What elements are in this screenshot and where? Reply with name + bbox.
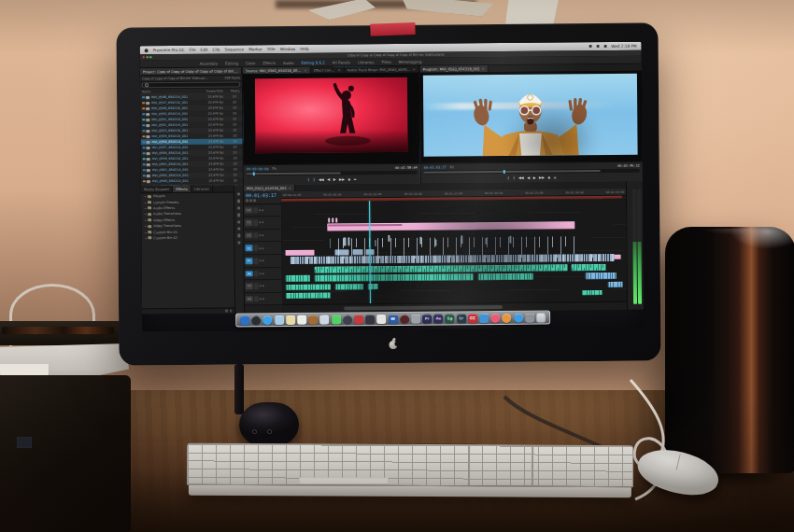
search-input[interactable] — [142, 82, 240, 88]
menu-item[interactable]: Title — [267, 47, 276, 51]
transport-button[interactable]: } — [513, 175, 515, 180]
solo-toggle[interactable] — [262, 247, 263, 249]
mute-toggle[interactable] — [260, 273, 262, 274]
track-lock-toggle[interactable] — [254, 258, 259, 264]
workspace-tab[interactable]: Editing 5.5.2 — [301, 60, 324, 64]
disclosure-triangle-icon[interactable]: ▸ — [145, 206, 147, 210]
track-header[interactable]: A1 — [245, 255, 282, 268]
timeline-clip[interactable] — [327, 222, 575, 231]
slip-tool-icon[interactable] — [237, 220, 240, 223]
transport-button[interactable]: ▶ — [533, 175, 536, 180]
disclosure-triangle-icon[interactable]: ▸ — [145, 213, 147, 217]
timeline-tracks[interactable] — [281, 199, 627, 305]
menu-item[interactable]: Sequence — [225, 47, 245, 51]
minimize-window-button[interactable] — [146, 56, 148, 58]
mute-toggle[interactable] — [260, 298, 262, 300]
timeline-clip[interactable] — [572, 264, 606, 271]
close-icon[interactable]: × — [482, 67, 485, 71]
track-lock-toggle[interactable] — [253, 245, 258, 252]
dock-icon[interactable] — [240, 315, 249, 325]
workspace-tab[interactable]: Color — [246, 61, 255, 65]
dock-icon[interactable] — [286, 315, 295, 324]
track-lock-toggle[interactable] — [254, 283, 259, 289]
dock-icon[interactable] — [536, 313, 546, 322]
project-tab[interactable]: Project: Copy of Copy of Copy of Copy of… — [140, 67, 242, 75]
snap-icon[interactable] — [246, 199, 248, 202]
mute-toggle[interactable] — [259, 209, 261, 211]
dock-icon[interactable] — [411, 314, 420, 323]
timeline-clip[interactable] — [335, 284, 363, 290]
dock-icon[interactable] — [525, 313, 534, 322]
solo-toggle[interactable] — [262, 234, 263, 236]
solo-toggle[interactable] — [262, 298, 264, 300]
apple-menu-icon[interactable] — [145, 49, 149, 52]
zoom-window-button[interactable] — [149, 56, 151, 58]
close-window-button[interactable] — [143, 56, 145, 58]
disclosure-triangle-icon[interactable]: ▸ — [145, 224, 147, 228]
track-header[interactable]: V2 — [244, 230, 281, 243]
mute-toggle[interactable] — [259, 247, 261, 249]
timeline-clip[interactable] — [315, 274, 474, 282]
effects-panel-tab[interactable]: Libraries — [191, 186, 213, 192]
dock-icon[interactable] — [479, 314, 489, 323]
status-icon[interactable] — [603, 45, 606, 48]
dock-icon[interactable] — [502, 313, 511, 322]
menu-item[interactable]: Premiere Pro CC — [153, 48, 185, 52]
razor-tool-icon[interactable] — [237, 214, 240, 217]
workspace-tab[interactable]: Metalogging — [399, 59, 422, 63]
type-tool-icon[interactable] — [237, 241, 240, 244]
track-header[interactable]: A3 — [245, 280, 282, 293]
dock-icon[interactable] — [308, 315, 318, 324]
zoom-level-select[interactable]: Fit — [273, 167, 276, 171]
dock-icon[interactable] — [343, 315, 352, 324]
disclosure-triangle-icon[interactable]: ▸ — [145, 231, 147, 234]
track-header[interactable]: V3 — [244, 217, 281, 230]
status-icon[interactable] — [588, 45, 591, 48]
settings-icon[interactable] — [253, 199, 256, 202]
selection-tool-icon[interactable] — [237, 192, 240, 195]
transport-button[interactable]: } — [313, 177, 315, 182]
new-bin-icon[interactable] — [225, 310, 228, 313]
track-lock-toggle[interactable] — [253, 207, 258, 214]
mute-toggle[interactable] — [259, 234, 261, 236]
pen-tool-icon[interactable] — [237, 227, 240, 230]
track-lock-toggle[interactable] — [254, 271, 259, 277]
track-lock-toggle[interactable] — [253, 219, 258, 226]
solo-toggle[interactable] — [262, 259, 264, 261]
dock-icon[interactable] — [320, 315, 330, 324]
transport-button[interactable]: ≡ — [553, 175, 556, 179]
transport-button[interactable]: ▪ — [347, 176, 350, 181]
dock-icon[interactable]: W — [389, 315, 398, 324]
track-header[interactable]: V4 — [244, 204, 281, 217]
dock-icon[interactable] — [400, 314, 409, 323]
track-select-tool-icon[interactable] — [237, 200, 240, 203]
workspace-tab[interactable]: All Panels — [333, 60, 350, 64]
dock-icon[interactable]: Pr — [422, 314, 432, 323]
timeline-clip[interactable] — [286, 292, 331, 299]
solo-toggle[interactable] — [262, 286, 264, 287]
menu-item[interactable]: Clip — [213, 48, 220, 52]
transport-button[interactable]: ≡ — [353, 176, 356, 181]
close-icon[interactable]: × — [337, 68, 340, 72]
timeline-clip[interactable] — [285, 275, 309, 282]
dock-icon[interactable] — [297, 315, 306, 324]
workspace-tab[interactable]: Libraries — [358, 60, 374, 64]
menu-item[interactable]: Edit — [200, 48, 207, 52]
mute-toggle[interactable] — [260, 286, 262, 287]
track-header[interactable]: A2 — [245, 268, 282, 281]
timeline-clip[interactable] — [332, 217, 333, 223]
hand-tool-icon[interactable] — [237, 234, 240, 237]
transport-button[interactable]: { — [507, 175, 509, 180]
dock-icon[interactable] — [376, 315, 386, 324]
close-icon[interactable]: × — [413, 67, 416, 71]
timeline-clip[interactable] — [315, 264, 568, 273]
transport-button[interactable]: { — [307, 177, 309, 182]
effects-panel-tab[interactable]: Media Browser — [141, 186, 173, 192]
solo-toggle[interactable] — [262, 222, 263, 224]
menu-item[interactable]: Window — [280, 47, 296, 51]
transport-button[interactable]: ▶ — [333, 176, 336, 181]
menu-item[interactable]: Marker — [248, 47, 262, 51]
dock-icon[interactable]: Ae — [433, 314, 443, 323]
mute-toggle[interactable] — [259, 222, 261, 224]
track-lock-toggle[interactable] — [253, 232, 258, 239]
